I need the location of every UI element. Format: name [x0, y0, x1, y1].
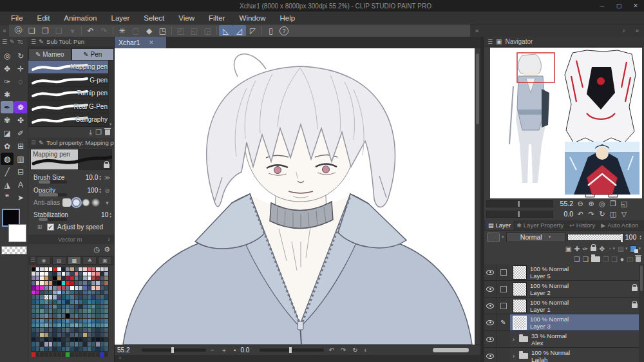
color-swatch[interactable] [44, 319, 48, 323]
navigator-rotate-value[interactable]: 0.0 [556, 210, 573, 218]
color-swatch[interactable] [44, 333, 48, 337]
maximize-button[interactable]: ▢ [611, 0, 627, 12]
zoom-slider[interactable] [142, 348, 206, 352]
layer-visibility-cell[interactable] [484, 264, 497, 280]
folder-expander-icon[interactable]: › [513, 353, 515, 359]
color-swatch[interactable] [36, 272, 40, 276]
color-swatch[interactable] [104, 300, 108, 304]
eye-icon[interactable] [486, 337, 494, 342]
color-swatch[interactable] [57, 338, 61, 341]
color-wheel-tab[interactable]: ◉ [37, 256, 51, 265]
color-swatch[interactable] [66, 328, 70, 332]
color-swatch[interactable] [91, 314, 95, 318]
color-swatch[interactable] [75, 276, 79, 280]
color-swatch[interactable] [57, 352, 61, 357]
color-swatch[interactable] [66, 267, 70, 271]
color-swatch[interactable] [104, 319, 108, 323]
color-swatch[interactable] [57, 300, 61, 304]
color-swatch[interactable] [44, 276, 48, 280]
history-color-tab[interactable]: ▣ [98, 256, 112, 265]
fit-to-screen-icon[interactable]: ❒ [608, 200, 618, 208]
chevrons-right-icon[interactable]: » [630, 27, 644, 34]
color-swatch[interactable] [32, 342, 35, 346]
color-swatch[interactable] [57, 347, 61, 351]
color-swatch[interactable] [83, 276, 87, 280]
gradient-tool-icon[interactable]: ▥ [14, 153, 27, 165]
color-swatch[interactable] [66, 352, 70, 357]
color-swatch[interactable] [96, 319, 100, 323]
subtool-panel-header[interactable]: ☰ ✎ Sub Tool: Pen [28, 37, 114, 47]
color-swatch[interactable] [53, 309, 57, 313]
color-swatch[interactable] [88, 333, 91, 337]
color-swatch[interactable] [83, 328, 87, 332]
color-swatch[interactable] [79, 305, 82, 309]
color-swatch[interactable] [53, 347, 57, 351]
color-swatch[interactable] [36, 319, 40, 323]
color-swatch[interactable] [88, 305, 91, 309]
color-swatch[interactable] [83, 347, 87, 351]
color-swatch[interactable] [32, 295, 35, 299]
color-swatch[interactable] [79, 309, 82, 313]
zoom-tool-icon[interactable]: ◎ [1, 50, 14, 62]
color-swatch[interactable] [66, 333, 70, 337]
color-swatch[interactable] [91, 333, 95, 337]
save-file-icon[interactable]: ❑ [52, 25, 66, 36]
color-swatch[interactable] [70, 300, 74, 304]
color-swatch[interactable] [88, 338, 91, 341]
delete-layer-icon[interactable] [636, 256, 641, 262]
navigator-zoom-value[interactable]: 55.2 [556, 200, 573, 207]
color-swatch[interactable] [49, 338, 53, 341]
color-swatch[interactable] [62, 338, 66, 341]
color-swatch[interactable] [40, 342, 44, 346]
color-swatch[interactable] [91, 276, 95, 280]
color-swatch[interactable] [57, 286, 61, 290]
color-swatch[interactable] [70, 291, 74, 294]
color-swatch[interactable] [104, 295, 108, 299]
zoom-in-icon[interactable]: ＋ [219, 346, 229, 355]
color-swatch[interactable] [49, 272, 53, 276]
color-swatch[interactable] [96, 323, 100, 327]
navigator-rotate-slider[interactable] [486, 211, 553, 218]
layer-panel-tab-layer[interactable]: ▤Layer [486, 220, 513, 230]
color-swatch[interactable] [91, 305, 95, 309]
line-tool-icon[interactable]: ╱ [1, 166, 14, 178]
color-swatch[interactable] [53, 352, 57, 357]
menu-edit[interactable]: Edit [30, 12, 57, 24]
color-swatch[interactable] [44, 272, 48, 276]
color-swatch[interactable] [75, 291, 79, 294]
color-swatch[interactable] [88, 272, 91, 276]
layer-visibility-cell[interactable] [484, 298, 497, 314]
color-swatch[interactable] [62, 309, 66, 313]
color-swatch[interactable] [36, 295, 40, 299]
color-swatch[interactable] [79, 276, 82, 280]
snap-to-special-ruler-icon[interactable]: ◿ [232, 25, 246, 36]
color-swatch[interactable] [53, 267, 57, 271]
color-swatch[interactable] [53, 305, 57, 309]
color-swatch[interactable] [40, 347, 44, 351]
color-swatch[interactable] [40, 267, 44, 271]
rotation-slider[interactable] [260, 348, 324, 352]
balloon-tool-icon[interactable]: ❞ [1, 191, 14, 204]
color-swatch[interactable] [32, 281, 35, 285]
ribbon-tool-icon[interactable]: ✿ [1, 140, 14, 152]
aa-weak-option[interactable] [72, 198, 80, 207]
color-swatch[interactable] [104, 338, 108, 341]
color-swatch[interactable] [75, 286, 79, 290]
color-swatch[interactable] [96, 333, 100, 337]
color-swatch[interactable] [70, 338, 74, 341]
color-swatch[interactable] [53, 272, 57, 276]
color-swatch[interactable] [62, 286, 66, 290]
rotate-cw-icon[interactable]: ↷ [586, 210, 596, 218]
color-swatch[interactable] [88, 342, 91, 346]
color-swatch[interactable] [96, 342, 100, 346]
layer-checkbox-cell[interactable] [497, 264, 510, 280]
color-swatch[interactable] [32, 305, 35, 309]
chevron-right-icon[interactable]: › [618, 27, 630, 34]
opacity-dynamics-icon[interactable]: ⊘ [103, 187, 111, 194]
color-swatch[interactable] [96, 286, 100, 290]
divide-layer-icon[interactable]: ◫ [627, 255, 633, 263]
color-swatch[interactable] [100, 319, 104, 323]
color-swatch[interactable] [70, 319, 74, 323]
color-swatch[interactable] [62, 333, 66, 337]
color-swatch[interactable] [32, 323, 35, 327]
